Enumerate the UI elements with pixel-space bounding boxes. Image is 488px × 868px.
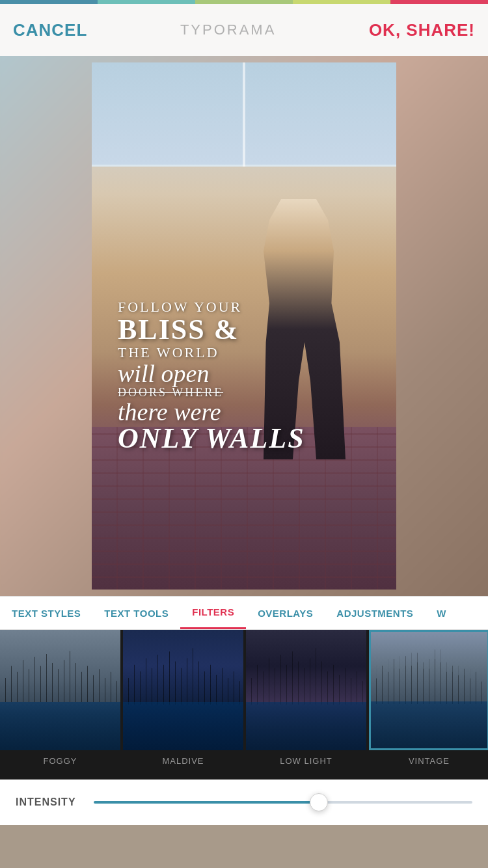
lowlight-water	[246, 702, 366, 750]
cancel-button[interactable]: CANCEL	[13, 20, 87, 40]
filter-foggy[interactable]: FOGGY	[0, 630, 120, 767]
intensity-row: INTENSITY	[0, 780, 488, 825]
intensity-label: INTENSITY	[16, 796, 81, 808]
tab-bar: TEXT STYLES TEXT TOOLS FILTERS OVERLAYS …	[0, 596, 488, 630]
glass-panels	[92, 62, 396, 167]
filter-label-foggy: FOGGY	[44, 754, 77, 767]
quote-line-3: THE WORLD	[118, 344, 383, 361]
color-segment-3	[195, 0, 293, 4]
top-color-bar	[0, 0, 488, 4]
filter-label-maldive: MALDIVE	[162, 754, 204, 767]
intensity-slider[interactable]	[94, 801, 472, 804]
filter-vintage[interactable]: VINTAGE	[369, 630, 488, 767]
foggy-water	[0, 702, 120, 750]
filter-thumb-foggy	[0, 630, 120, 750]
filter-maldive[interactable]: MALDIVE	[123, 630, 243, 767]
maldive-water	[123, 702, 243, 750]
filter-thumb-vintage	[369, 630, 488, 750]
header: CANCEL TYPORAMA OK, SHARE!	[0, 4, 488, 56]
quote-line-5: DOORS WHERE	[118, 386, 383, 400]
color-segment-5	[390, 0, 488, 4]
quote-line-7: ONLY WALLS	[118, 424, 383, 453]
color-segment-2	[98, 0, 195, 4]
quote-line-6: there were	[118, 400, 383, 424]
tab-text-styles[interactable]: TEXT STYLES	[0, 597, 92, 629]
tab-adjustments[interactable]: ADJUSTMENTS	[325, 597, 425, 629]
app-title: TYPORAMA	[180, 21, 276, 38]
filter-thumb-low-light	[246, 630, 366, 750]
canvas-area[interactable]: FOLLOW YOUR BLISS & THE WORLD will open …	[0, 56, 488, 596]
quote-line-4: will open	[118, 361, 383, 386]
vintage-water	[371, 701, 487, 748]
filter-label-low-light: LOW LIGHT	[280, 754, 332, 767]
filter-low-light[interactable]: LOW LIGHT	[246, 630, 366, 767]
tab-filters[interactable]: FILTERS	[180, 597, 246, 629]
tab-text-tools[interactable]: TEXT TOOLS	[92, 597, 180, 629]
filter-strip: FOGGY MALDIVE LOW LIGHT VINTAGE	[0, 630, 488, 780]
color-segment-4	[293, 0, 390, 4]
tab-overlays[interactable]: OVERLAYS	[246, 597, 325, 629]
filter-thumb-maldive	[123, 630, 243, 750]
ok-share-button[interactable]: OK, SHARE!	[369, 20, 475, 40]
filter-label-vintage: VINTAGE	[409, 754, 450, 767]
quote-line-2: BLISS &	[118, 316, 383, 344]
photo-card[interactable]: FOLLOW YOUR BLISS & THE WORLD will open …	[92, 62, 396, 590]
quote-overlay[interactable]: FOLLOW YOUR BLISS & THE WORLD will open …	[105, 292, 396, 459]
glass-divider	[243, 62, 245, 167]
tab-w[interactable]: W	[425, 597, 458, 629]
color-segment-1	[0, 0, 98, 4]
